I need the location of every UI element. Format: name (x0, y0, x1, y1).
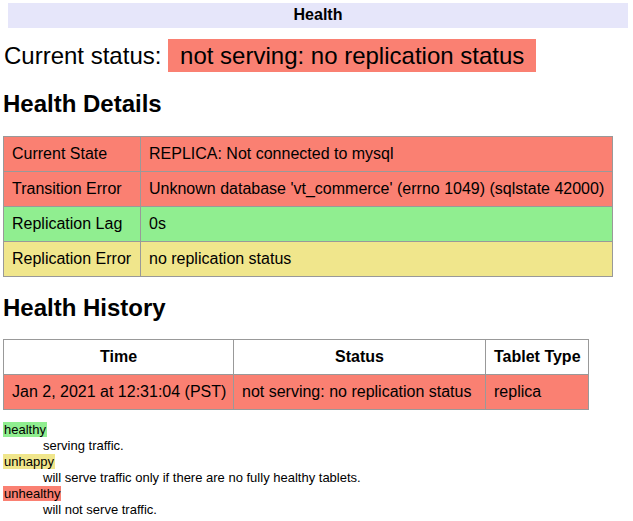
legend-term-healthy: healthy (3, 422, 628, 438)
detail-value: REPLICA: Not connected to mysql (141, 136, 613, 171)
history-header-time: Time (4, 340, 234, 375)
detail-key: Transition Error (4, 171, 141, 206)
detail-key: Replication Lag (4, 206, 141, 241)
health-details-table: Current State REPLICA: Not connected to … (3, 136, 613, 277)
history-status-cell: not serving: no replication status (234, 375, 486, 410)
current-status-label: Current status: (4, 42, 161, 69)
legend-description-unhealthy: will not serve traffic. (43, 502, 628, 518)
details-row-current-state: Current State REPLICA: Not connected to … (4, 136, 613, 171)
legend-description-healthy: serving traffic. (43, 438, 628, 454)
page-title: Health (8, 3, 628, 28)
detail-value: no replication status (141, 241, 613, 276)
details-row-transition-error: Transition Error Unknown database 'vt_co… (4, 171, 613, 206)
legend-term-unhealthy: unhealthy (3, 486, 628, 502)
current-status-badge: not serving: no replication status (168, 39, 536, 72)
health-history-heading: Health History (3, 294, 628, 322)
history-header-tablet-type: Tablet Type (486, 340, 589, 375)
detail-key: Replication Error (4, 241, 141, 276)
detail-key: Current State (4, 136, 141, 171)
detail-value: 0s (141, 206, 613, 241)
detail-value: Unknown database 'vt_commerce' (errno 10… (141, 171, 613, 206)
history-time-cell: Jan 2, 2021 at 12:31:04 (PST) (4, 375, 234, 410)
details-row-replication-lag: Replication Lag 0s (4, 206, 613, 241)
history-row: Jan 2, 2021 at 12:31:04 (PST) not servin… (4, 375, 589, 410)
history-header-row: Time Status Tablet Type (4, 340, 589, 375)
history-tablet-type-cell: replica (486, 375, 589, 410)
health-details-heading: Health Details (3, 90, 628, 118)
health-page: Health Current status: not serving: no r… (0, 0, 633, 521)
legend-term-unhappy: unhappy (3, 454, 628, 470)
status-legend: healthy serving traffic. unhappy will se… (3, 422, 628, 518)
details-row-replication-error: Replication Error no replication status (4, 241, 613, 276)
history-header-status: Status (234, 340, 486, 375)
current-status-line: Current status: not serving: no replicat… (4, 39, 628, 73)
legend-description-unhappy: will serve traffic only if there are no … (43, 470, 628, 486)
health-history-table: Time Status Tablet Type Jan 2, 2021 at 1… (3, 339, 589, 410)
